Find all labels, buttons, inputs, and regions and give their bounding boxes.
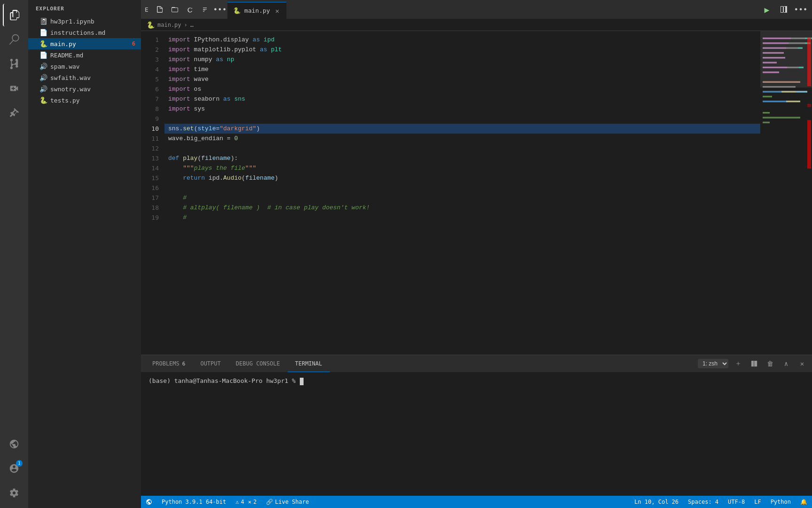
status-eol[interactable]: LF: [750, 496, 765, 508]
status-bar: Python 3.9.1 64-bit ⚠ 4 ✕ 2 🔗 Live Share…: [141, 496, 812, 508]
activity-extensions[interactable]: [3, 102, 25, 124]
panel-tab-problems[interactable]: PROBLEMS 6: [145, 355, 193, 372]
status-live-share[interactable]: 🔗 Live Share: [261, 496, 313, 508]
svg-rect-22: [763, 101, 786, 102]
terminal-shell-selector[interactable]: 1: zsh: [698, 359, 728, 368]
panel-tab-output-label: OUTPUT: [200, 360, 220, 367]
code-line-19: #: [164, 213, 760, 222]
file-item-readme[interactable]: 📄 README.md: [28, 49, 141, 61]
file-icon-py: 🐍: [39, 40, 47, 48]
split-terminal-button[interactable]: [748, 357, 760, 370]
status-ln-col[interactable]: Ln 10, Col 26: [630, 496, 683, 508]
activity-remote[interactable]: [3, 433, 25, 455]
breadcrumb: 🐍 main.py › …: [141, 19, 812, 31]
file-item-swnotry[interactable]: 🔊 swnotry.wav: [28, 83, 141, 95]
minimap-highlight: [760, 31, 812, 87]
terminal-content[interactable]: (base) tanha@Tanhas-MacBook-Pro hw3pr1 %: [141, 372, 812, 496]
file-item-hw3pr1[interactable]: 📓 hw3pr1.ipynb: [28, 16, 141, 27]
file-item-swfaith[interactable]: 🔊 swfaith.wav: [28, 72, 141, 83]
toolbar-new-folder[interactable]: [167, 2, 182, 17]
svg-rect-29: [807, 120, 811, 168]
encoding-text: UTF-8: [728, 499, 745, 505]
file-name: README.md: [50, 52, 83, 59]
file-item-main[interactable]: 🐍 main.py 6: [28, 38, 141, 49]
tab-main-py[interactable]: 🐍 main.py ✕: [227, 2, 287, 19]
close-panel-button[interactable]: ✕: [796, 357, 808, 370]
breadcrumb-file[interactable]: main.py: [157, 22, 181, 28]
breadcrumb-path[interactable]: …: [190, 22, 194, 28]
status-language[interactable]: Python: [766, 496, 796, 508]
status-right: Ln 10, Col 26 Spaces: 4 UTF-8 LF Python …: [630, 496, 812, 508]
run-button[interactable]: ▶: [759, 2, 774, 17]
file-icon-md2: 📄: [39, 51, 47, 59]
svg-rect-25: [763, 117, 800, 118]
tab-close-button[interactable]: ✕: [274, 7, 281, 15]
code-line-7: import seaborn as sns: [164, 94, 760, 104]
code-line-17: #: [164, 193, 760, 203]
file-name: instructions.md: [50, 29, 105, 36]
code-line-1: import IPython.display as ipd: [164, 35, 760, 45]
file-name: hw3pr1.ipynb: [50, 18, 94, 25]
file-item-instructions[interactable]: 📄 instructions.md: [28, 27, 141, 38]
activity-accounts[interactable]: 1: [3, 457, 25, 480]
panel-tab-debug[interactable]: DEBUG CONSOLE: [228, 355, 288, 372]
toolbar-new-file[interactable]: [152, 2, 167, 17]
code-content[interactable]: import IPython.display as ipd import mat…: [164, 31, 760, 355]
maximize-panel-button[interactable]: ∧: [780, 357, 792, 370]
svg-rect-19: [781, 91, 796, 92]
file-icon-py2: 🐍: [39, 96, 47, 104]
activity-bar-bottom: 1: [3, 433, 25, 508]
panel-tab-terminal[interactable]: TERMINAL: [288, 355, 330, 372]
terminal-prompt-text: (base) tanha@Tanhas-MacBook-Pro hw3pr1 %: [148, 377, 299, 384]
svg-rect-28: [807, 104, 811, 107]
code-line-8: import sys: [164, 104, 760, 114]
status-encoding[interactable]: UTF-8: [723, 496, 750, 508]
file-name: main.py: [50, 40, 76, 48]
status-errors[interactable]: ⚠ 4 ✕ 2: [231, 496, 261, 508]
toolbar-e[interactable]: E: [141, 6, 152, 13]
file-item-tests[interactable]: 🐍 tests.py: [28, 95, 141, 106]
activity-settings[interactable]: [3, 482, 25, 504]
status-spaces[interactable]: Spaces: 4: [683, 496, 723, 508]
status-notification[interactable]: 🔔: [796, 496, 812, 508]
svg-rect-26: [763, 122, 770, 123]
code-editor[interactable]: 12345 678910 1112131415 16171819 import …: [141, 31, 812, 355]
file-item-spam[interactable]: 🔊 spam.wav: [28, 61, 141, 72]
activity-explorer[interactable]: [3, 4, 25, 26]
code-line-6: import os: [164, 84, 760, 94]
activity-run-debug[interactable]: [3, 77, 25, 100]
live-share-icon: 🔗: [266, 499, 273, 505]
status-python-label: Python 3.9.1 64-bit: [162, 499, 226, 505]
status-left: Python 3.9.1 64-bit ⚠ 4 ✕ 2 🔗 Live Share: [141, 496, 313, 508]
activity-search[interactable]: [3, 28, 25, 51]
status-python[interactable]: Python 3.9.1 64-bit: [157, 496, 231, 508]
more-actions-button[interactable]: •••: [793, 2, 808, 17]
code-line-18: # altplay( filename ) # in case play doe…: [164, 203, 760, 213]
file-name: swnotry.wav: [50, 86, 91, 93]
svg-rect-23: [786, 101, 800, 102]
accounts-badge: 1: [16, 460, 23, 467]
toolbar-collapse[interactable]: [197, 2, 212, 17]
panel-tab-output[interactable]: OUTPUT: [193, 355, 228, 372]
new-terminal-button[interactable]: ＋: [732, 357, 744, 370]
line-numbers: 12345 678910 1112131415 16171819: [141, 31, 164, 355]
language-text: Python: [771, 499, 791, 505]
file-icon-md: 📄: [39, 29, 47, 36]
panel-tabs: PROBLEMS 6 OUTPUT DEBUG CONSOLE TERMINAL…: [141, 355, 812, 372]
code-line-15: return ipd.Audio(filename): [164, 173, 760, 183]
svg-rect-21: [763, 96, 772, 97]
code-line-12: [164, 143, 760, 153]
file-icon-wav1: 🔊: [39, 63, 47, 70]
split-editor-button[interactable]: [776, 2, 791, 17]
svg-rect-20: [796, 91, 807, 92]
toolbar-e-label: E: [145, 6, 148, 13]
sidebar: EXPLORER 📓 hw3pr1.ipynb 📄 instructions.m…: [28, 0, 141, 508]
bell-icon: 🔔: [800, 499, 807, 505]
error-count: 4: [241, 499, 244, 505]
toolbar-more[interactable]: •••: [212, 2, 227, 17]
file-icon-ipynb: 📓: [39, 17, 47, 25]
kill-terminal-button[interactable]: 🗑: [764, 357, 776, 370]
toolbar-refresh[interactable]: [182, 2, 197, 17]
status-remote-button[interactable]: [141, 496, 157, 508]
activity-source-control[interactable]: [3, 53, 25, 75]
